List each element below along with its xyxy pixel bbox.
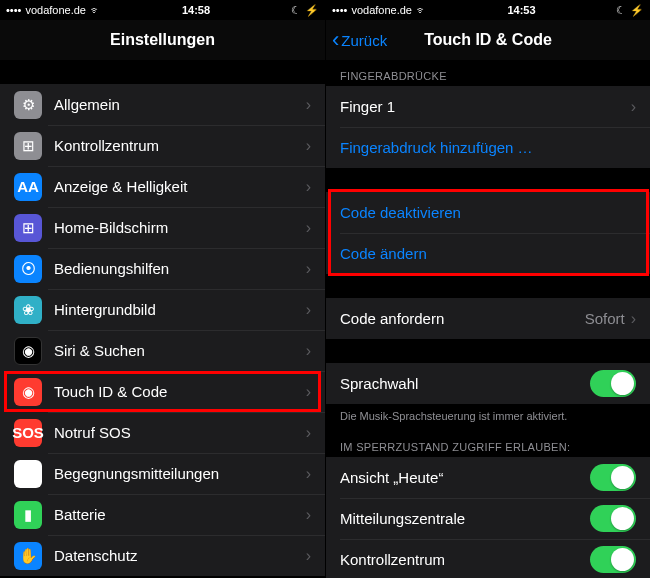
chevron-right-icon: › — [306, 178, 311, 196]
chevron-right-icon: › — [306, 260, 311, 278]
label: Begegnungsmitteilungen — [54, 465, 306, 482]
label: Datenschutz — [54, 547, 306, 564]
settings-row-sos[interactable]: SOSNotruf SOS› — [0, 412, 325, 453]
control-icon: ⊞ — [14, 132, 42, 160]
label: Finger 1 — [340, 98, 631, 115]
signal-icon: •••• — [6, 4, 21, 16]
sos-icon: SOS — [14, 419, 42, 447]
row-lock-ansicht-heute-[interactable]: Ansicht „Heute“ — [326, 457, 650, 498]
wallpaper-icon: ❀ — [14, 296, 42, 324]
row-lock-kontrollzentrum[interactable]: Kontrollzentrum — [326, 539, 650, 578]
chevron-right-icon: › — [306, 424, 311, 442]
label: Kontrollzentrum — [54, 137, 306, 154]
exposure-icon: ✽ — [14, 460, 42, 488]
settings-row-exposure[interactable]: ✽Begegnungsmitteilungen› — [0, 453, 325, 494]
section-fingerprints: FINGERABDRÜCKE — [326, 60, 650, 86]
phone-left-settings: •••• vodafone.de ᯤ 14:58 ☾ ⚡ Einstellung… — [0, 0, 325, 578]
settings-row-control[interactable]: ⊞Kontrollzentrum› — [0, 125, 325, 166]
settings-row-gear[interactable]: ⚙︎Allgemein› — [0, 84, 325, 125]
row-code-off[interactable]: Code deaktivieren — [326, 192, 650, 233]
chevron-right-icon: › — [306, 547, 311, 565]
wifi-icon: ᯤ — [90, 4, 101, 16]
wifi-icon: ᯤ — [416, 4, 427, 16]
settings-list: ⚙︎Allgemein›⊞Kontrollzentrum›AAAnzeige &… — [0, 84, 325, 578]
toggle-voice[interactable] — [590, 370, 636, 397]
status-time: 14:53 — [507, 4, 535, 16]
accessibility-icon: ⦿ — [14, 255, 42, 283]
battery-icon: ⚡ — [305, 4, 319, 17]
label: Hintergrundbild — [54, 301, 306, 318]
label: Allgemein — [54, 96, 306, 113]
label: Ansicht „Heute“ — [340, 469, 590, 486]
chevron-right-icon: › — [306, 342, 311, 360]
chevron-right-icon: › — [306, 383, 311, 401]
siri-icon: ◉ — [14, 337, 42, 365]
label: Batterie — [54, 506, 306, 523]
label: Siri & Suchen — [54, 342, 306, 359]
status-bar: •••• vodafone.de ᯤ 14:53 ☾ ⚡ — [326, 0, 650, 20]
carrier: vodafone.de — [25, 4, 86, 16]
back-label: Zurück — [341, 32, 387, 49]
label: Touch ID & Code — [54, 383, 306, 400]
settings-row-battery[interactable]: ▮Batterie› — [0, 494, 325, 535]
status-time: 14:58 — [182, 4, 210, 16]
chevron-right-icon: › — [631, 98, 636, 116]
voice-footer: Die Musik-Sprachsteuerung ist immer akti… — [326, 404, 650, 431]
chevron-right-icon: › — [306, 219, 311, 237]
row-code-change[interactable]: Code ändern — [326, 233, 650, 274]
moon-icon: ☾ — [616, 4, 626, 17]
label: Fingerabdruck hinzufügen … — [340, 139, 636, 156]
back-button[interactable]: ‹ Zurück — [332, 29, 387, 51]
chevron-right-icon: › — [306, 96, 311, 114]
row-add-fingerprint[interactable]: Fingerabdruck hinzufügen … — [326, 127, 650, 168]
nav-header: ‹ Zurück Touch ID & Code — [326, 20, 650, 60]
chevron-right-icon: › — [306, 137, 311, 155]
row-lock-mitteilungszentrale[interactable]: Mitteilungszentrale — [326, 498, 650, 539]
phone-right-touchid: •••• vodafone.de ᯤ 14:53 ☾ ⚡ ‹ Zurück To… — [325, 0, 650, 578]
chevron-right-icon: › — [306, 465, 311, 483]
chevron-right-icon: › — [306, 506, 311, 524]
label: Sprachwahl — [340, 375, 590, 392]
label: Mitteilungszentrale — [340, 510, 590, 527]
chevron-left-icon: ‹ — [332, 29, 339, 51]
settings-row-siri[interactable]: ◉Siri & Suchen› — [0, 330, 325, 371]
toggle[interactable] — [590, 505, 636, 532]
label: Kontrollzentrum — [340, 551, 590, 568]
home-icon: ⊞ — [14, 214, 42, 242]
detail: Sofort — [585, 310, 625, 327]
label: Bedienungshilfen — [54, 260, 306, 277]
status-bar: •••• vodafone.de ᯤ 14:58 ☾ ⚡ — [0, 0, 325, 20]
page-title: Einstellungen — [110, 31, 215, 49]
row-finger1[interactable]: Finger 1 › — [326, 86, 650, 127]
carrier: vodafone.de — [351, 4, 412, 16]
settings-row-accessibility[interactable]: ⦿Bedienungshilfen› — [0, 248, 325, 289]
settings-row-privacy[interactable]: ✋Datenschutz› — [0, 535, 325, 576]
battery-icon: ⚡ — [630, 4, 644, 17]
label: Notruf SOS — [54, 424, 306, 441]
label: Home-Bildschirm — [54, 219, 306, 236]
touchid-icon: ◉ — [14, 378, 42, 406]
battery-icon: ▮ — [14, 501, 42, 529]
label: Code anfordern — [340, 310, 585, 327]
settings-row-touchid[interactable]: ◉Touch ID & Code› — [0, 371, 325, 412]
nav-header: Einstellungen — [0, 20, 325, 60]
page-title: Touch ID & Code — [424, 31, 552, 49]
row-require-code[interactable]: Code anfordern Sofort › — [326, 298, 650, 339]
settings-row-home[interactable]: ⊞Home-Bildschirm› — [0, 207, 325, 248]
chevron-right-icon: › — [306, 301, 311, 319]
label: Code ändern — [340, 245, 636, 262]
gear-icon: ⚙︎ — [14, 91, 42, 119]
toggle[interactable] — [590, 546, 636, 573]
touchid-list: FINGERABDRÜCKE Finger 1 › Fingerabdruck … — [326, 60, 650, 578]
label: Anzeige & Helligkeit — [54, 178, 306, 195]
signal-icon: •••• — [332, 4, 347, 16]
privacy-icon: ✋ — [14, 542, 42, 570]
settings-row-display[interactable]: AAAnzeige & Helligkeit› — [0, 166, 325, 207]
toggle[interactable] — [590, 464, 636, 491]
row-voice[interactable]: Sprachwahl — [326, 363, 650, 404]
label: Code deaktivieren — [340, 204, 636, 221]
display-icon: AA — [14, 173, 42, 201]
section-lock: IM SPERRZUSTAND ZUGRIFF ERLAUBEN: — [326, 431, 650, 457]
settings-row-wallpaper[interactable]: ❀Hintergrundbild› — [0, 289, 325, 330]
chevron-right-icon: › — [631, 310, 636, 328]
